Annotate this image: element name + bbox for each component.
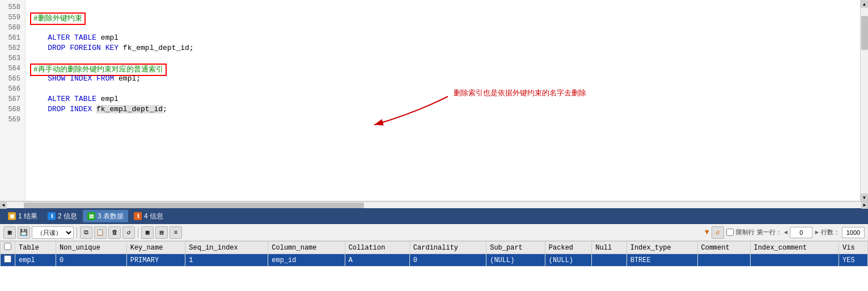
code-line-559: #删除外键约束: [30, 12, 863, 23]
scroll-thumb[interactable]: [861, 16, 868, 50]
sep2: [138, 227, 138, 238]
header-column-name: Column_name: [268, 242, 345, 254]
header-packed: Packed: [545, 242, 592, 254]
scroll-right-arrow[interactable]: ►: [861, 202, 868, 209]
cell-comment: [697, 254, 750, 267]
header-non-unique: Non_unique: [56, 242, 126, 254]
cell-index-type: BTREE: [626, 254, 697, 267]
first-row-label: 第一行：: [757, 228, 782, 237]
code-line-566: [30, 84, 863, 94]
read-only-select-wrapper[interactable]: （只读）: [32, 226, 74, 239]
code-line-564: #再手动的删除外键约束对应的普通索引: [30, 64, 863, 74]
header-checkbox: [1, 242, 15, 254]
header-key-name: Key_name: [126, 242, 185, 254]
cell-cardinality: 0: [409, 254, 486, 267]
prev-arrow[interactable]: ◄: [784, 229, 788, 236]
tab-results[interactable]: ▣ 1 结果: [3, 210, 42, 222]
tab-info1[interactable]: ℹ 2 信息: [43, 210, 82, 222]
sep1: [77, 227, 77, 238]
code-editor: 558 559 560 561 562 563 564 565 566 567 …: [0, 0, 868, 201]
tab-tabledata[interactable]: ▤ 3 表数据: [83, 210, 128, 222]
toolbar: ▦ 💾 （只读） ⧉ 📋 🗑 ↺ ▦ ▤ ≡ ▼ ↺ 限制行 第一行： ◄ ► …: [0, 224, 868, 241]
code-line-558: [30, 2, 863, 12]
toolbar-form-btn[interactable]: ▤: [155, 226, 168, 239]
read-only-select[interactable]: （只读）: [32, 227, 73, 238]
select-all-checkbox[interactable]: [4, 243, 11, 250]
header-vis: Vis: [839, 242, 868, 254]
results-table: Table Non_unique Key_name Seq_in_index C…: [0, 241, 868, 267]
cell-index-comment: [750, 254, 839, 267]
table-header-row: Table Non_unique Key_name Seq_in_index C…: [1, 242, 868, 254]
row-count-label: 行数：: [821, 228, 840, 237]
row-checkbox[interactable]: [4, 255, 11, 263]
header-sub-part: Sub_part: [486, 242, 545, 254]
tabs-bar: ▣ 1 结果 ℹ 2 信息 ▤ 3 表数据 ℹ 4 信息: [0, 208, 868, 224]
tab-label-tabledata: 3 表数据: [98, 212, 124, 221]
tab-icon-results: ▣: [8, 212, 16, 220]
cell-non-unique: 0: [56, 254, 126, 267]
cell-table: empl: [15, 254, 56, 267]
code-line-568: DROP INDEX fk_empl_dept_id;: [30, 104, 863, 115]
tab-label-results: 1 结果: [18, 212, 37, 221]
table-row[interactable]: empl 0 PRIMARY 1 emp_id A 0 (NULL) (NULL…: [1, 254, 868, 267]
code-line-567: ALTER TABLE empl: [30, 94, 863, 104]
next-arrow[interactable]: ►: [815, 229, 819, 236]
toolbar-filter-refresh-btn[interactable]: ↺: [712, 226, 724, 239]
toolbar-grid-btn[interactable]: ▦: [3, 226, 16, 239]
scroll-left-arrow[interactable]: ◄: [0, 202, 7, 209]
limit-rows-label: 限制行: [736, 228, 755, 237]
tab-label-info1: 2 信息: [58, 212, 77, 221]
filter-icon: ▼: [705, 228, 709, 237]
header-index-type: Index_type: [626, 242, 697, 254]
toolbar-table-btn[interactable]: ▦: [141, 226, 154, 239]
code-line-569: [30, 115, 863, 125]
code-line-562: DROP FOREIGN KEY fk_empl_dept_id;: [30, 43, 863, 53]
cell-seq-in-index: 1: [185, 254, 268, 267]
results-table-area: Table Non_unique Key_name Seq_in_index C…: [0, 241, 868, 278]
horizontal-scrollbar[interactable]: ◄ ►: [0, 201, 868, 208]
toolbar-copy-btn[interactable]: ⧉: [80, 226, 92, 239]
toolbar-paste-btn[interactable]: 📋: [94, 226, 107, 239]
cell-null: [592, 254, 626, 267]
header-cardinality: Cardinality: [409, 242, 486, 254]
scroll-down-arrow[interactable]: ▼: [861, 193, 869, 201]
toolbar-list-btn[interactable]: ≡: [170, 226, 182, 239]
cell-column-name: emp_id: [268, 254, 345, 267]
header-collation: Collation: [345, 242, 409, 254]
cell-packed: (NULL): [545, 254, 592, 267]
tab-info2[interactable]: ℹ 4 信息: [129, 210, 168, 222]
cell-collation: A: [345, 254, 409, 267]
header-table: Table: [15, 242, 56, 254]
hscroll-thumb[interactable]: [24, 203, 364, 208]
header-index-comment: Index_comment: [750, 242, 839, 254]
first-row-input[interactable]: [790, 227, 812, 238]
code-line-563: [30, 53, 863, 64]
row-count-input[interactable]: [842, 227, 865, 238]
toolbar-delete-btn[interactable]: 🗑: [108, 226, 121, 239]
header-null: Null: [592, 242, 626, 254]
limit-rows-checkbox[interactable]: [726, 229, 734, 236]
toolbar-right: ▼ ↺ 限制行 第一行： ◄ ► 行数：: [705, 226, 865, 239]
toolbar-refresh-btn[interactable]: ↺: [122, 226, 135, 239]
tab-icon-info2: ℹ: [134, 212, 142, 220]
code-content: #删除外键约束 ALTER TABLE empl DROP FOREIGN KE…: [26, 0, 868, 201]
tab-icon-info1: ℹ: [48, 212, 56, 220]
scroll-up-arrow[interactable]: ▲: [861, 0, 869, 8]
toolbar-save-btn[interactable]: 💾: [18, 226, 30, 239]
vertical-scrollbar[interactable]: ▲ ▼: [860, 0, 868, 201]
code-line-561: ALTER TABLE empl: [30, 33, 863, 43]
cell-sub-part: (NULL): [486, 254, 545, 267]
code-line-560: [30, 23, 863, 33]
cell-key-name: PRIMARY: [126, 254, 185, 267]
tab-label-info2: 4 信息: [144, 212, 163, 221]
tab-icon-tabledata: ▤: [87, 212, 95, 220]
header-seq-in-index: Seq_in_index: [185, 242, 268, 254]
line-numbers: 558 559 560 561 562 563 564 565 566 567 …: [0, 0, 26, 201]
row-checkbox-cell: [1, 254, 15, 267]
header-comment: Comment: [697, 242, 750, 254]
cell-vis: YES: [839, 254, 868, 267]
